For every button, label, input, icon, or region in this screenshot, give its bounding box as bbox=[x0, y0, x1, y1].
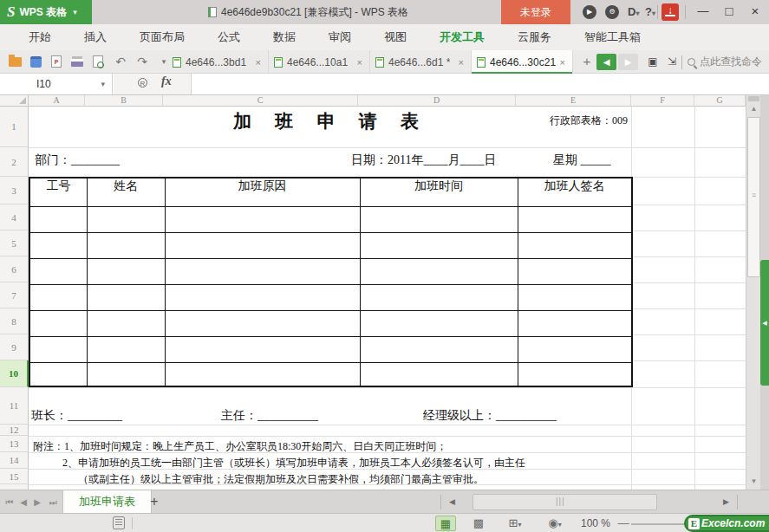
vertical-scrollbar-thumb[interactable] bbox=[747, 117, 760, 277]
page-break-view-icon[interactable]: ▩ bbox=[468, 516, 489, 531]
login-button[interactable]: 未登录 bbox=[501, 0, 570, 24]
menu-tab-5[interactable]: 审阅 bbox=[312, 24, 368, 50]
tab-scroll-left-button[interactable]: ◀ bbox=[596, 54, 616, 70]
scroll-up-icon[interactable]: ▲ bbox=[746, 102, 760, 115]
form-header-1[interactable]: 姓名 bbox=[87, 178, 165, 205]
undo-icon[interactable]: ↶ bbox=[113, 54, 128, 69]
form-header-0[interactable]: 工号 bbox=[30, 178, 87, 205]
row-header-5[interactable]: 5 bbox=[0, 230, 29, 256]
tab-scroll-right-button[interactable]: ▶ bbox=[618, 54, 638, 70]
spreadsheet-grid[interactable]: ABCDEFG12345678910111213141516 工号姓名加班原因加… bbox=[0, 95, 760, 490]
form-header-2[interactable]: 加班原因 bbox=[165, 178, 360, 205]
close-tab-icon[interactable]: × bbox=[355, 57, 364, 68]
document-tab-1[interactable]: 4e646...10a1× bbox=[269, 50, 370, 74]
row-header-12[interactable]: 12 bbox=[0, 425, 29, 436]
settings-gear-icon[interactable]: ⚙ bbox=[605, 5, 619, 19]
document-tab-0[interactable]: 4e646...3bd1× bbox=[167, 50, 269, 74]
row-header-4[interactable]: 4 bbox=[0, 204, 29, 230]
split-handle[interactable] bbox=[748, 96, 759, 101]
row-header-13[interactable]: 13 bbox=[0, 436, 29, 452]
next-sheet-icon[interactable]: ▶ bbox=[31, 490, 43, 514]
vertical-scrollbar[interactable]: ▲ ▼ bbox=[746, 95, 760, 490]
scroll-down-icon[interactable]: ▼ bbox=[746, 475, 760, 488]
menu-tab-6[interactable]: 视图 bbox=[368, 24, 423, 50]
presentation-mode-icon[interactable]: ▣ bbox=[645, 54, 661, 70]
date-cell[interactable]: 日期：2011年____月____日 bbox=[351, 152, 496, 168]
director-signature-cell[interactable]: 主任：__________ bbox=[221, 408, 318, 424]
normal-view-icon[interactable]: ▦ bbox=[435, 516, 456, 531]
row-header-15[interactable]: 15 bbox=[0, 469, 29, 484]
previous-sheet-icon[interactable]: ◀ bbox=[17, 490, 29, 514]
sheet-tab-0[interactable]: 加班申请表 bbox=[62, 490, 152, 514]
command-search-box[interactable]: 点此查找命令 bbox=[688, 53, 766, 71]
close-tab-icon[interactable]: × bbox=[254, 57, 263, 68]
row-header-3[interactable]: 3 bbox=[0, 177, 29, 204]
scroll-right-icon[interactable]: ▶ bbox=[723, 490, 729, 514]
new-document-button[interactable]: + bbox=[579, 54, 595, 69]
document-tab-2[interactable]: 4e646...6d1 *× bbox=[370, 50, 472, 74]
overtime-form-table[interactable]: 工号姓名加班原因加班时间加班人签名 bbox=[29, 177, 633, 387]
reading-layout-icon[interactable]: ◉▾ bbox=[541, 516, 569, 531]
column-header-G[interactable]: G bbox=[694, 95, 746, 107]
help-icon[interactable]: ?▾ bbox=[645, 4, 655, 20]
name-manager-icon[interactable]: R bbox=[138, 78, 147, 88]
insert-function-icon[interactable]: fx bbox=[161, 75, 172, 88]
minimize-button[interactable]: — bbox=[691, 0, 715, 24]
close-tab-icon[interactable]: × bbox=[558, 57, 567, 68]
row-header-9[interactable]: 9 bbox=[0, 334, 29, 360]
menu-tab-4[interactable]: 数据 bbox=[257, 24, 312, 50]
open-file-icon[interactable] bbox=[7, 54, 23, 69]
theme-icon[interactable]: ▶ bbox=[583, 5, 596, 19]
row-header-7[interactable]: 7 bbox=[0, 282, 29, 308]
redo-icon[interactable]: ↷ bbox=[134, 54, 150, 69]
download-icon[interactable]: ↓ bbox=[661, 3, 679, 21]
print-preview-icon[interactable] bbox=[90, 54, 106, 69]
name-box[interactable]: I10 ▾ bbox=[0, 74, 113, 94]
row-header-2[interactable]: 2 bbox=[0, 147, 29, 177]
close-tab-icon[interactable]: × bbox=[457, 57, 466, 68]
manager-signature-cell[interactable]: 经理级以上：__________ bbox=[423, 408, 557, 424]
column-header-B[interactable]: B bbox=[85, 95, 163, 107]
column-header-A[interactable]: A bbox=[29, 95, 85, 107]
row-header-1[interactable]: 1 bbox=[0, 107, 29, 147]
document-tab-3[interactable]: 4e646...30c21× bbox=[472, 50, 573, 74]
first-sheet-icon[interactable]: ⏮ bbox=[3, 490, 16, 514]
captain-signature-cell[interactable]: 班长：_________ bbox=[31, 408, 122, 424]
app-menu-button[interactable]: S WPS 表格 ▾ bbox=[0, 0, 92, 24]
form-code-cell[interactable]: 行政部表格：009 bbox=[486, 114, 628, 128]
record-macro-icon[interactable] bbox=[113, 516, 125, 529]
row-header-8[interactable]: 8 bbox=[0, 308, 29, 334]
menu-tab-9[interactable]: 智能工具箱 bbox=[568, 24, 657, 50]
close-button[interactable]: × bbox=[743, 0, 767, 24]
save-icon[interactable] bbox=[28, 54, 43, 69]
menu-tab-1[interactable]: 插入 bbox=[68, 24, 123, 50]
note-line-1[interactable]: 附注：1、加班时间规定：晚上生产员工、办公室职员18:30开始周六、日白天同正班… bbox=[33, 439, 446, 454]
page-layout-view-icon[interactable]: ⊞▾ bbox=[501, 516, 529, 531]
menu-tab-0[interactable]: 开始 bbox=[12, 24, 68, 50]
menu-tab-8[interactable]: 云服务 bbox=[501, 24, 568, 50]
column-header-E[interactable]: E bbox=[516, 95, 631, 107]
add-sheet-button[interactable]: + bbox=[144, 490, 165, 514]
print-icon[interactable] bbox=[69, 54, 85, 69]
row-header-10[interactable]: 10 bbox=[0, 360, 29, 387]
row-header-6[interactable]: 6 bbox=[0, 256, 29, 282]
horizontal-scrollbar-thumb[interactable] bbox=[472, 494, 657, 510]
maximize-button[interactable]: □ bbox=[717, 0, 741, 24]
last-sheet-icon[interactable]: ⏭ bbox=[47, 490, 59, 514]
row-header-11[interactable]: 11 bbox=[0, 387, 29, 425]
note-line-3[interactable]: （或副主任）级以上主管审批；法定假期加班及次日需要补假，均须部门最高主管审批。 bbox=[78, 472, 484, 487]
row-header-14[interactable]: 14 bbox=[0, 452, 29, 469]
export-pdf-icon[interactable]: P bbox=[49, 54, 64, 69]
department-cell[interactable]: 部门：________ bbox=[35, 152, 120, 168]
form-header-4[interactable]: 加班人签名 bbox=[518, 178, 631, 205]
share-icon[interactable]: ⇲ bbox=[664, 54, 680, 70]
column-header-D[interactable]: D bbox=[358, 95, 516, 107]
scroll-left-icon[interactable]: ◀ bbox=[449, 490, 455, 514]
zoom-out-button[interactable]: — bbox=[617, 516, 629, 531]
weekday-cell[interactable]: 星期 _____ bbox=[553, 152, 611, 168]
zoom-slider[interactable] bbox=[631, 523, 692, 525]
docer-menu-icon[interactable]: D▾ bbox=[628, 4, 639, 20]
column-header-F[interactable]: F bbox=[631, 95, 694, 107]
menu-tab-7[interactable]: 开发工具 bbox=[423, 24, 501, 50]
menu-tab-2[interactable]: 页面布局 bbox=[123, 24, 201, 50]
